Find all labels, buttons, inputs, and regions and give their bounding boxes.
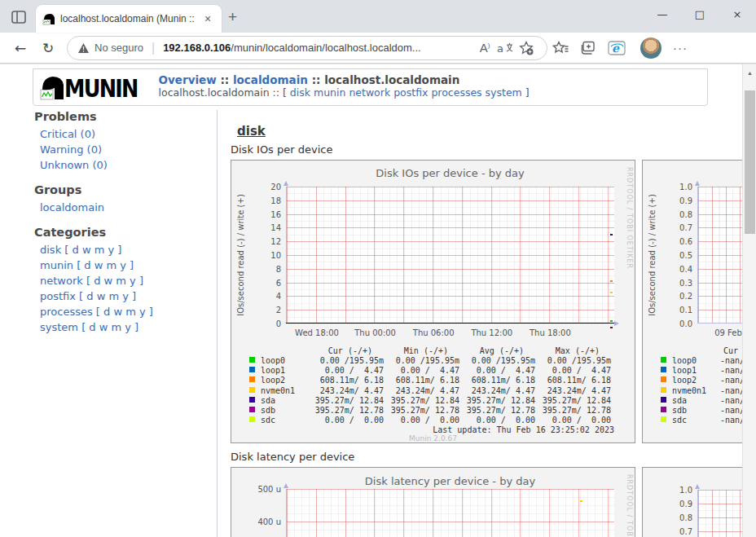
not-secure-warning-icon[interactable] xyxy=(77,42,90,54)
legend-value: 608.11m/ 6.18 xyxy=(384,376,459,385)
refresh-button[interactable]: ↻ xyxy=(34,36,62,60)
url-text[interactable]: 192.168.0.106/munin/localdomain/localhos… xyxy=(163,42,473,54)
legend-series-name: sdb xyxy=(672,406,687,415)
y-tick-label: 0.9 xyxy=(660,500,692,508)
legend-series-name: loop2 xyxy=(261,376,285,385)
legend-value: 395.27m/ 12.78 xyxy=(308,406,384,415)
y-tick-label: 0.2 xyxy=(660,292,692,301)
group-link[interactable]: localdomain xyxy=(233,73,308,86)
security-label[interactable]: No seguro xyxy=(94,42,143,54)
address-bar-divider: | xyxy=(152,41,155,55)
legend-series-name: loop0 xyxy=(261,356,285,365)
read-aloud-icon[interactable]: A) xyxy=(473,37,496,59)
legend-value: 0.00 / 0.00 xyxy=(308,416,384,425)
sidebar-item-category-system[interactable]: system [ d w m y ] xyxy=(40,319,217,335)
x-axis-arrow-icon xyxy=(614,321,619,326)
scrollbar-up-arrow-icon[interactable]: ▲ xyxy=(743,66,756,79)
sidebar-item-category-disk[interactable]: disk [ d w m y ] xyxy=(40,242,217,257)
legend-value: 395.27m/ 12.84 xyxy=(535,396,611,405)
subtitle-link-munin[interactable]: munin xyxy=(310,86,345,99)
overview-link[interactable]: Overview xyxy=(159,73,217,86)
legend-swatch xyxy=(249,416,255,422)
sidebar-item-problem-0[interactable]: Critical (0) xyxy=(40,126,217,142)
legend-value: 608.11m/ 6.18 xyxy=(535,376,611,385)
y-tick-label: 0.7 xyxy=(660,223,692,232)
new-tab-button[interactable]: + xyxy=(228,8,237,26)
legend-swatch xyxy=(661,397,666,403)
ie-mode-icon[interactable]: e xyxy=(608,36,635,60)
sidebar-item-category-postfix[interactable]: postfix [ d w m y ] xyxy=(40,288,217,304)
settings-menu-icon[interactable]: ··· xyxy=(666,41,694,55)
munin-version-label: Munin 2.0.67 xyxy=(231,434,635,442)
legend-swatch xyxy=(661,367,666,372)
data-mark xyxy=(610,292,613,293)
browser-toolbar: ← ↻ No seguro | 192.168.0.106/munin/loca… xyxy=(0,33,756,64)
subtitle-link-system[interactable]: system xyxy=(482,86,522,99)
sidebar-item-group-localdomain[interactable]: localdomain xyxy=(40,200,217,215)
y-tick-label: 12 xyxy=(248,237,281,246)
legend-header: Cur (-/+) xyxy=(308,346,384,355)
y-tick-label: 1.0 xyxy=(660,486,692,495)
main-content: disk Disk IOs per device Disk IOs per de… xyxy=(218,110,756,537)
munin-logo-icon xyxy=(40,73,64,101)
legend-value: 395.27m/ 12.84 xyxy=(459,396,535,405)
graph-y-axis-label: IOs/second read (-) / write (+) xyxy=(236,194,245,316)
graph-disk-latency-week[interactable]: (seconds)1.00.90.80.70.60.50.40.30.20.10… xyxy=(642,467,756,537)
y-tick-label: 8 xyxy=(248,265,281,274)
subtitle-link-processes[interactable]: processes xyxy=(428,86,481,99)
minimize-button[interactable]: — xyxy=(644,0,681,28)
munin-header: MUNIN Overview :: localdomain :: localho… xyxy=(33,68,708,106)
page-title: Overview :: localdomain :: localhost.loc… xyxy=(159,74,530,86)
maximize-button[interactable]: □ xyxy=(681,0,719,28)
categories-heading: Categories xyxy=(34,226,217,239)
subtitle-link-network[interactable]: network xyxy=(345,86,390,99)
legend-swatch xyxy=(661,376,666,382)
subtitle-link-postfix[interactable]: postfix xyxy=(390,86,428,99)
munin-logo-text: MUNIN xyxy=(64,77,138,101)
favorites-bar-icon[interactable] xyxy=(552,36,580,60)
profile-avatar[interactable] xyxy=(640,37,662,59)
legend-value: 243.24m/ 4.47 xyxy=(384,386,459,395)
tab-title: localhost.localdomain (Munin :: lo xyxy=(60,13,196,24)
legend-series-name: sdc xyxy=(261,416,275,425)
graph-label-disk-latency: Disk latency per device xyxy=(231,451,756,463)
scrollbar-thumb[interactable] xyxy=(745,90,755,234)
svg-text:e: e xyxy=(612,42,620,55)
y-tick-label: 0.9 xyxy=(660,196,692,205)
legend-value: 0.00 /195.95m xyxy=(535,356,611,365)
y-tick-label: 14 xyxy=(248,223,281,232)
legend-value: 395.27m/ 12.84 xyxy=(384,396,459,405)
sidebar-item-problem-2[interactable]: Unknown (0) xyxy=(40,157,217,173)
graph-disk-latency-day[interactable]: Disk latency per device - by day(seconds… xyxy=(231,467,635,537)
close-button[interactable]: × xyxy=(719,0,756,28)
x-tick-label: Thu 18:00 xyxy=(517,328,582,337)
subtitle-link-disk[interactable]: disk xyxy=(290,86,310,99)
collections-icon[interactable] xyxy=(580,36,608,60)
sidebar-item-category-network[interactable]: network [ d w m y ] xyxy=(40,273,217,288)
graph-disk-ios-week[interactable]: IOs/second read (-) / write (+)1.00.90.8… xyxy=(642,160,756,443)
graph-disk-ios-day[interactable]: Disk IOs per device - by dayIOs/second r… xyxy=(231,160,635,443)
sidebar-item-problem-1[interactable]: Warning (0) xyxy=(40,142,217,157)
address-bar[interactable]: No seguro | 192.168.0.106/munin/localdom… xyxy=(67,36,547,60)
y-tick-label: 500 u xyxy=(248,485,281,494)
tab-close-icon[interactable]: × xyxy=(200,12,215,25)
sidebar-item-category-processes[interactable]: processes [ d w m y ] xyxy=(40,304,217,319)
legend-header: Max (-/+) xyxy=(535,346,611,355)
y-tick-label: 0.5 xyxy=(660,251,692,260)
y-tick-label: 0.3 xyxy=(660,279,692,288)
legend-value: 0.00 / 4.47 xyxy=(384,366,459,375)
disk-section-heading: disk xyxy=(237,124,266,139)
translate-icon[interactable]: a xyxy=(496,37,519,59)
y-tick-label: 2 xyxy=(248,306,281,315)
back-button[interactable]: ← xyxy=(7,36,34,60)
data-mark xyxy=(610,280,613,282)
browser-tab[interactable]: localhost.localdomain (Munin :: lo × xyxy=(36,5,222,33)
favorite-star-add-icon[interactable] xyxy=(519,37,542,59)
y-axis-arrow-icon xyxy=(695,181,700,186)
page-scrollbar[interactable]: ▲ xyxy=(742,64,756,537)
legend-value: 0.00 /195.95m xyxy=(308,356,384,365)
workspaces-icon[interactable] xyxy=(10,8,28,26)
sidebar-item-category-munin[interactable]: munin [ d w m y ] xyxy=(40,257,217,273)
y-tick-label: 400 u xyxy=(248,517,281,526)
y-axis-arrow-icon xyxy=(284,181,288,186)
